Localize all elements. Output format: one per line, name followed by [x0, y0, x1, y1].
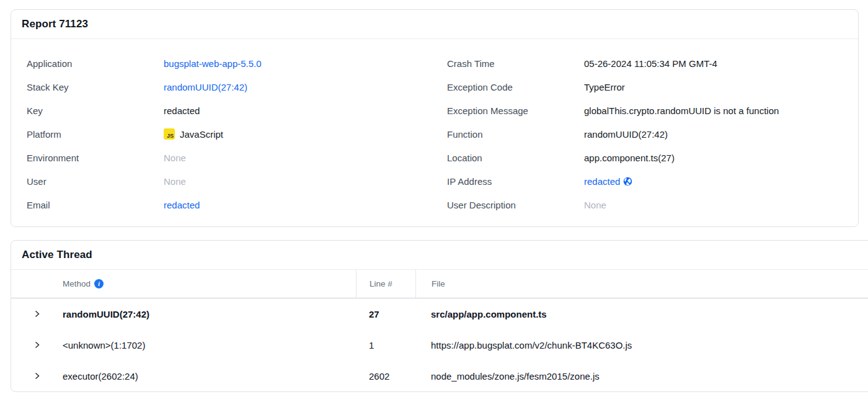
frame-file: node_modules/zone.js/fesm2015/zone.js — [415, 371, 868, 381]
field-label: User Description — [447, 200, 584, 210]
field-label: Function — [447, 129, 584, 140]
stack-key-link[interactable]: randomUUID(27:42) — [164, 82, 247, 92]
report-card: Report 71123 Application bugsplat-web-ap… — [11, 9, 859, 227]
field-location: Location app.component.ts(27) — [447, 146, 858, 169]
environment-value: None — [164, 153, 186, 163]
stack-frame-row[interactable]: <unknown>(1:1702) 1 https://app.bugsplat… — [11, 329, 868, 360]
file-column-label: File — [432, 279, 445, 288]
user-description-value: None — [584, 200, 606, 210]
expand-column-header — [11, 270, 63, 298]
frame-method: executor(2602:24) — [63, 371, 356, 381]
method-column-label: Method — [63, 279, 91, 288]
frame-file: src/app/app.component.ts — [415, 309, 868, 319]
field-key: Key redacted — [27, 99, 435, 122]
js-badge-icon: JS — [164, 128, 175, 140]
platform-value: JS JavaScript — [164, 128, 223, 140]
field-label: Exception Code — [447, 82, 584, 92]
active-thread-title: Active Thread — [22, 249, 92, 261]
application-link[interactable]: bugsplat-web-app-5.5.0 — [164, 58, 262, 69]
user-value: None — [164, 176, 186, 187]
report-fields: Application bugsplat-web-app-5.5.0 Stack… — [11, 39, 858, 226]
line-column-label: Line # — [370, 279, 392, 288]
stack-frame-row[interactable]: executor(2602:24) 2602 node_modules/zone… — [11, 360, 868, 391]
chevron-right-icon[interactable] — [31, 339, 43, 351]
frame-line: 2602 — [356, 371, 415, 381]
active-thread-card: Active Thread Method i Line # File rando… — [11, 240, 868, 392]
field-label: Stack Key — [27, 82, 164, 92]
ip-address-text: redacted — [584, 176, 620, 187]
line-column-header: Line # — [356, 270, 415, 298]
field-environment: Environment None — [27, 146, 435, 169]
report-fields-left: Application bugsplat-web-app-5.5.0 Stack… — [11, 51, 435, 216]
frame-file: https://app.bugsplat.com/v2/chunk-BT4KC6… — [415, 340, 868, 350]
field-label: Platform — [27, 129, 164, 140]
field-crash-time: Crash Time 05-26-2024 11:05:34 PM GMT-4 — [447, 51, 858, 75]
field-label: User — [27, 176, 164, 187]
stack-frame-row[interactable]: randomUUID(27:42) 27 src/app/app.compone… — [11, 298, 868, 329]
frame-method: randomUUID(27:42) — [63, 309, 356, 319]
field-label: Application — [27, 58, 164, 69]
file-column-header: File — [415, 270, 868, 298]
field-function: Function randomUUID(27:42) — [447, 122, 858, 146]
report-title: Report 71123 — [22, 18, 88, 30]
field-ip-address: IP Address redacted — [447, 169, 858, 193]
field-label: Crash Time — [447, 58, 584, 69]
report-card-header: Report 71123 — [11, 10, 858, 39]
chevron-right-icon[interactable] — [31, 370, 43, 382]
field-exception-code: Exception Code TypeError — [447, 75, 858, 99]
location-value: app.component.ts(27) — [584, 153, 675, 163]
field-email: Email redacted — [27, 193, 435, 216]
field-label: Key — [27, 105, 164, 116]
field-exception-message: Exception Message globalThis.crypto.rand… — [447, 99, 858, 122]
ip-address-link[interactable]: redacted — [584, 176, 632, 187]
chevron-right-icon[interactable] — [31, 308, 43, 320]
info-icon[interactable]: i — [94, 279, 104, 288]
exception-code-value: TypeError — [584, 82, 625, 92]
function-value: randomUUID(27:42) — [584, 129, 668, 140]
field-application: Application bugsplat-web-app-5.5.0 — [27, 51, 435, 75]
field-label: Email — [27, 200, 164, 210]
exception-message-value: globalThis.crypto.randomUUID is not a fu… — [584, 105, 779, 116]
field-platform: Platform JS JavaScript — [27, 122, 435, 146]
globe-icon — [623, 177, 632, 186]
field-label: Environment — [27, 153, 164, 163]
field-user: User None — [27, 169, 435, 193]
active-thread-header: Active Thread — [11, 241, 868, 270]
platform-name: JavaScript — [180, 129, 223, 140]
field-label: Exception Message — [447, 105, 584, 116]
frame-method: <unknown>(1:1702) — [63, 340, 356, 350]
field-label: Location — [447, 153, 584, 163]
key-value: redacted — [164, 105, 200, 116]
thread-table-header: Method i Line # File — [11, 270, 868, 298]
method-column-header: Method i — [63, 270, 356, 298]
frame-line: 1 — [356, 340, 415, 350]
crash-time-value: 05-26-2024 11:05:34 PM GMT-4 — [584, 58, 717, 69]
field-user-description: User Description None — [447, 193, 858, 216]
frame-line: 27 — [356, 309, 415, 319]
email-link[interactable]: redacted — [164, 200, 200, 210]
field-stack-key: Stack Key randomUUID(27:42) — [27, 75, 435, 99]
report-fields-right: Crash Time 05-26-2024 11:05:34 PM GMT-4 … — [435, 51, 858, 216]
field-label: IP Address — [447, 176, 584, 187]
